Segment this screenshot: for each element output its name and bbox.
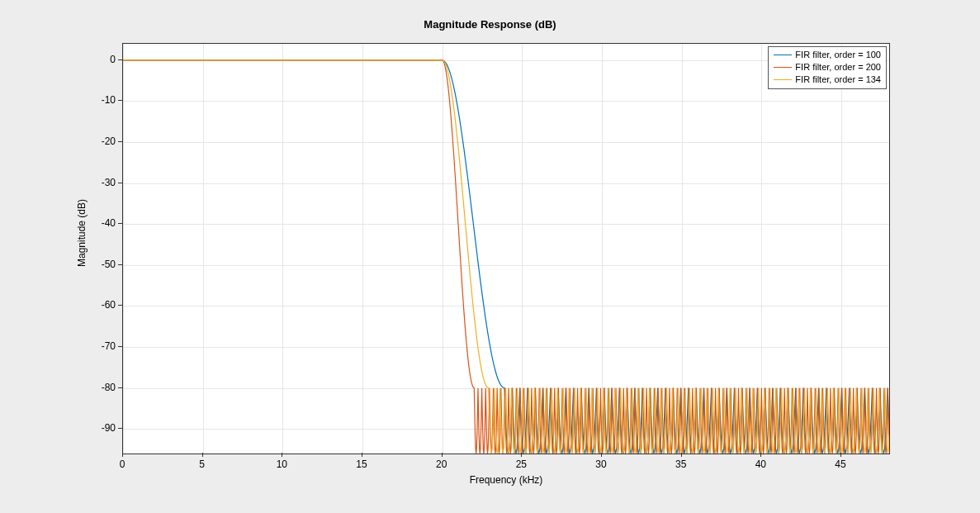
y-tick-label: 0 xyxy=(97,54,116,65)
x-tick-label: 25 xyxy=(516,458,527,470)
y-tick-label: -70 xyxy=(97,340,116,352)
x-axis-title: Frequency (kHz) xyxy=(122,474,890,486)
x-tick-label: 45 xyxy=(835,458,845,470)
legend-label-1: FIR filter, order = 100 xyxy=(795,49,881,61)
y-tick xyxy=(118,387,122,388)
y-tick-label: -30 xyxy=(97,177,116,188)
x-tick xyxy=(362,453,362,457)
y-tick-label: -40 xyxy=(97,217,116,229)
legend-swatch-3 xyxy=(774,79,792,80)
chart-title: Magnitude Response (dB) xyxy=(17,18,963,31)
y-tick xyxy=(118,141,122,142)
x-tick xyxy=(202,453,203,457)
x-tick xyxy=(601,453,602,457)
legend-swatch-1 xyxy=(774,55,792,55)
y-tick xyxy=(118,223,122,224)
legend-label-2: FIR filter, order = 200 xyxy=(795,61,881,74)
legend-entry-3: FIR filter, order = 134 xyxy=(774,74,881,86)
x-tick-label: 0 xyxy=(120,458,125,470)
legend-label-3: FIR filter, order = 134 xyxy=(795,74,881,86)
figure: Magnitude Response (dB) FIR filter, orde… xyxy=(17,10,963,503)
x-tick xyxy=(760,453,761,457)
x-tick-label: 5 xyxy=(199,458,205,470)
x-tick-label: 35 xyxy=(675,458,686,470)
x-tick xyxy=(681,453,682,457)
x-tick xyxy=(442,453,443,457)
y-tick xyxy=(118,305,122,306)
plot-area: FIR filter, order = 100 FIR filter, orde… xyxy=(122,43,890,454)
x-tick-label: 15 xyxy=(356,458,367,470)
y-tick xyxy=(118,59,122,60)
legend-entry-1: FIR filter, order = 100 xyxy=(774,49,881,61)
legend-entry-2: FIR filter, order = 200 xyxy=(774,61,881,74)
x-tick-label: 40 xyxy=(755,458,766,470)
y-tick-label: -90 xyxy=(97,422,116,434)
x-tick xyxy=(282,453,282,457)
legend: FIR filter, order = 100 FIR filter, orde… xyxy=(768,46,887,89)
x-tick-label: 20 xyxy=(436,458,447,470)
y-tick xyxy=(118,100,122,101)
y-tick xyxy=(118,183,122,183)
y-axis-title: Magnitude (dB) xyxy=(76,150,88,316)
x-tick xyxy=(521,453,522,457)
y-tick-label: -20 xyxy=(97,135,116,147)
y-tick xyxy=(118,346,122,347)
x-tick-label: 10 xyxy=(277,458,287,470)
x-tick xyxy=(122,453,123,457)
series-line xyxy=(123,60,889,454)
data-svg xyxy=(123,44,889,454)
legend-swatch-2 xyxy=(774,67,792,68)
y-tick xyxy=(118,264,122,265)
y-tick-label: -50 xyxy=(97,259,116,270)
y-tick-label: -60 xyxy=(97,299,116,311)
y-tick-label: -80 xyxy=(97,382,116,393)
y-tick xyxy=(118,428,122,429)
x-tick-label: 30 xyxy=(595,458,606,470)
y-tick-label: -10 xyxy=(97,94,116,106)
x-tick xyxy=(840,453,841,457)
